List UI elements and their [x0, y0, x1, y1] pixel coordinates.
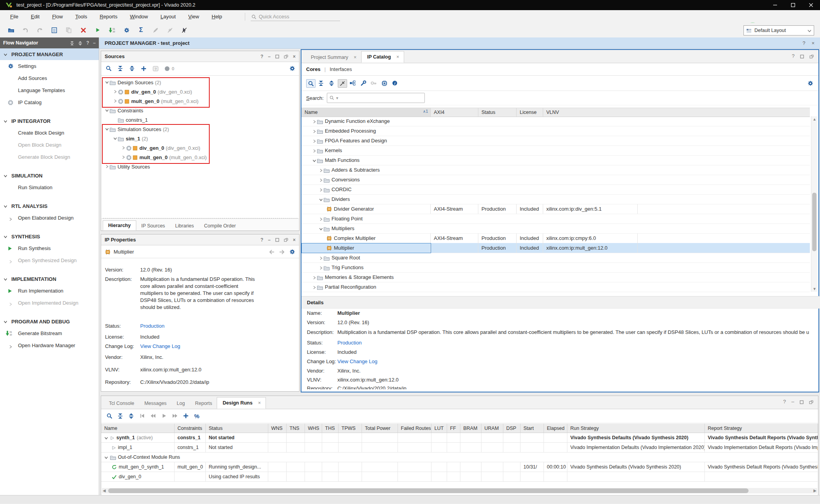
runs-column-ths[interactable]: THS: [322, 424, 338, 433]
flow-section-synthesis[interactable]: SYNTHESIS: [0, 231, 99, 242]
runs-column-status[interactable]: Status: [205, 424, 268, 433]
run-row-impl-1[interactable]: impl_1constrs_1Not startedVivado Impleme…: [101, 443, 818, 453]
minimize-panel-icon[interactable]: –: [268, 237, 271, 243]
menu-reports[interactable]: Reports: [95, 12, 122, 21]
interface-icon[interactable]: [348, 79, 357, 87]
gear-icon[interactable]: [289, 65, 295, 71]
column-header-vlnv[interactable]: VLNV: [543, 108, 638, 117]
catalog-row-conversions[interactable]: Conversions: [301, 175, 810, 185]
chevron-right-icon[interactable]: [319, 264, 323, 270]
run-row-mult-gen-0-synth-1[interactable]: mult_gen_0_synth_1mult_gen_0Running synt…: [101, 462, 818, 472]
add-icon[interactable]: [182, 412, 190, 420]
tab-tcl-console[interactable]: Tcl Console: [103, 398, 139, 409]
sources-tab-libraries[interactable]: Libraries: [170, 221, 199, 231]
runs-column-whs[interactable]: WHS: [305, 424, 322, 433]
step-first-icon[interactable]: [138, 412, 146, 420]
flow-item-run-implementation[interactable]: Run Implementation: [0, 285, 99, 297]
help-icon[interactable]: ?: [792, 53, 795, 59]
play-icon[interactable]: [160, 412, 168, 420]
run-row-out-of-context-module-runs[interactable]: Out-of-Context Module Runs: [101, 453, 818, 462]
catalog-row-math-functions[interactable]: Math Functions: [301, 155, 810, 165]
tab-project-summary[interactable]: Project Summary×: [305, 52, 361, 63]
flow-section-rtl-analysis[interactable]: RTL ANALYSIS: [0, 200, 99, 212]
runs-column-failed-routes[interactable]: Failed Routes: [398, 424, 431, 433]
flow-item-run-synthesis[interactable]: Run Synthesis: [0, 242, 99, 254]
chevron-right-icon[interactable]: [104, 165, 110, 169]
menu-flow[interactable]: Flow: [47, 12, 67, 21]
help-icon[interactable]: ?: [86, 40, 89, 46]
flow-section-program-and-debug[interactable]: PROGRAM AND DEBUG: [0, 316, 99, 327]
link-value[interactable]: Production: [140, 323, 257, 330]
help-box-icon[interactable]: ?: [153, 65, 159, 71]
chevron-right-icon[interactable]: [319, 167, 323, 173]
tree-row-Utility Sources[interactable]: Utility Sources: [101, 162, 299, 171]
subtab-cores[interactable]: Cores: [306, 66, 321, 72]
help-icon[interactable]: ?: [260, 237, 263, 243]
close-tab-icon[interactable]: ×: [258, 400, 261, 406]
scroll-left-icon[interactable]: ◀: [103, 488, 106, 493]
chevron-right-icon[interactable]: [121, 146, 126, 150]
tree-row-mult_gen_0[interactable]: mult_gen_0 (mult_gen_0.xci): [101, 96, 299, 106]
link-value[interactable]: Production: [337, 339, 809, 346]
flow-item-generate-bitstream[interactable]: 0110Generate Bitstream: [0, 327, 99, 339]
chevron-down-icon[interactable]: [104, 454, 108, 460]
chevron-right-icon[interactable]: [312, 118, 316, 124]
chevron-right-icon[interactable]: [319, 255, 323, 261]
tab-design-runs[interactable]: Design Runs×: [217, 397, 266, 409]
column-header-license[interactable]: License: [516, 108, 543, 117]
catalog-row-square-root[interactable]: Square Root: [301, 253, 810, 263]
column-header-axi4[interactable]: AXI4: [430, 108, 478, 117]
catalog-row-divider-generator[interactable]: Divider GeneratorAXI4-StreamProductionIn…: [301, 204, 810, 214]
float-panel-icon[interactable]: [809, 53, 814, 59]
flow-section-simulation[interactable]: SIMULATION: [0, 170, 99, 181]
tree-row-constrs_1[interactable]: constrs_1: [101, 115, 299, 124]
ip-catalog-search-input[interactable]: ▾: [327, 93, 425, 103]
menu-tools[interactable]: Tools: [71, 12, 92, 21]
help-icon[interactable]: ?: [783, 399, 786, 405]
link-off-icon[interactable]: [165, 26, 175, 34]
copy-icon[interactable]: [64, 26, 73, 34]
flow-item-create-block-design[interactable]: Create Block Design: [0, 127, 99, 139]
catalog-row-dividers[interactable]: Dividers: [301, 194, 810, 204]
minimize-button[interactable]: [766, 0, 784, 10]
chevron-down-icon[interactable]: [319, 225, 323, 231]
tab-messages[interactable]: Messages: [139, 398, 171, 409]
tab-ip-catalog[interactable]: IP Catalog×: [361, 51, 404, 63]
flow-item-language-templates[interactable]: Language Templates: [0, 84, 99, 96]
tree-row-Constraints[interactable]: Constraints: [101, 106, 299, 115]
ip-chip-icon[interactable]: [380, 79, 389, 87]
search-icon[interactable]: [105, 412, 114, 420]
open-folder-icon[interactable]: [6, 26, 16, 34]
maximize-panel-icon[interactable]: [275, 237, 279, 243]
sources-tab-compile-order[interactable]: Compile Order: [199, 221, 241, 231]
license-key-icon[interactable]: [369, 79, 378, 87]
scroll-up-icon[interactable]: ▲: [813, 117, 816, 121]
help-icon[interactable]: ?: [260, 54, 263, 59]
link-value[interactable]: View Change Log: [140, 343, 257, 350]
percent-icon[interactable]: %: [193, 412, 201, 420]
info-icon[interactable]: i: [390, 79, 399, 87]
catalog-row-kernels[interactable]: Kernels: [301, 146, 810, 156]
help-icon[interactable]: ?: [802, 40, 805, 46]
search-icon[interactable]: [106, 65, 112, 71]
runs-column-elapsed[interactable]: Elapsed: [544, 424, 567, 433]
runs-column-tpws[interactable]: TPWS: [338, 424, 362, 433]
tab-reports[interactable]: Reports: [189, 398, 217, 409]
tree-row-div_gen_0[interactable]: div_gen_0 (div_gen_0.xci): [101, 143, 299, 153]
maximize-panel-icon[interactable]: [800, 53, 804, 59]
chevron-right-icon[interactable]: [319, 216, 323, 222]
close-context-icon[interactable]: ×: [811, 40, 815, 46]
menu-window[interactable]: Window: [125, 12, 153, 21]
catalog-row-complex-multiplier[interactable]: Complex MultiplierAXI4-StreamProductionI…: [301, 233, 810, 243]
chevron-right-icon[interactable]: [312, 147, 316, 153]
runs-column-uram[interactable]: URAM: [481, 424, 503, 433]
catalog-row-adders-subtracters[interactable]: Adders & Subtracters: [301, 165, 810, 175]
catalog-row-multiplier[interactable]: MultiplierProductionIncludedxilinx.com:i…: [301, 243, 810, 253]
customize-wrench-icon[interactable]: [359, 79, 367, 87]
tree-row-mult_gen_0[interactable]: mult_gen_0 (mult_gen_0.xci): [101, 153, 299, 162]
vertical-scrollbar[interactable]: ▲ ▼: [811, 116, 818, 292]
flow-section-implementation[interactable]: IMPLEMENTATION: [0, 273, 99, 285]
runs-column-run-strategy[interactable]: Run Strategy: [567, 424, 704, 433]
catalog-row-embedded-processing[interactable]: Embedded Processing: [301, 126, 810, 136]
fast-forward-icon[interactable]: [171, 412, 179, 420]
